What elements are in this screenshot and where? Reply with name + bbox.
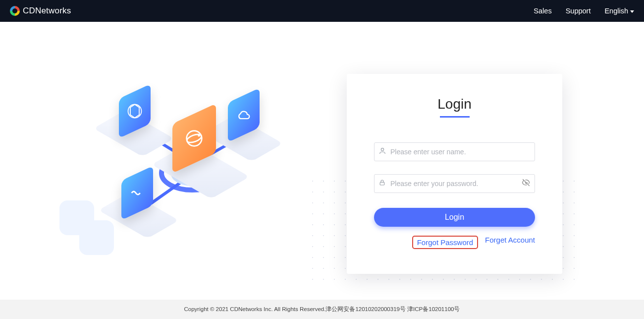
eye-off-icon[interactable] [522,178,531,189]
brand-name: CDNetworks [23,6,71,16]
svg-point-8 [198,134,200,137]
lock-icon [378,179,386,189]
forgot-password-link[interactable]: Forgot Password [412,236,478,249]
user-icon [378,147,386,157]
forget-account-link[interactable]: Forget Account [485,236,535,249]
chevron-down-icon [630,10,634,13]
password-input[interactable] [374,174,535,193]
nav-links: Sales Support English [534,7,634,15]
nav-support[interactable]: Support [566,7,591,15]
top-nav: CDNetworks Sales Support English [0,0,644,22]
page-content: Login Login Forgot Password Forget Accou… [0,22,644,300]
svg-rect-10 [380,182,384,185]
password-field-wrap [374,174,535,193]
username-field-wrap [374,142,535,161]
brand: CDNetworks [10,6,71,16]
helper-links: Forgot Password Forget Account [374,236,535,249]
nav-sales[interactable]: Sales [534,7,551,15]
title-underline-decoration [440,116,470,118]
username-input[interactable] [374,142,535,161]
hero-illustration [54,86,282,255]
brand-logo-icon [10,6,20,16]
nav-language-label: English [604,7,628,15]
footer: Copyright © 2021 CDNetworks Inc. All Rig… [0,300,644,319]
copyright-text: Copyright © 2021 CDNetworks Inc. All Rig… [184,306,460,313]
login-card: Login Login Forgot Password Forget Accou… [347,74,562,274]
login-button[interactable]: Login [374,208,535,227]
nav-language-selector[interactable]: English [604,7,634,15]
svg-point-9 [381,148,383,151]
login-title: Login [374,96,535,112]
